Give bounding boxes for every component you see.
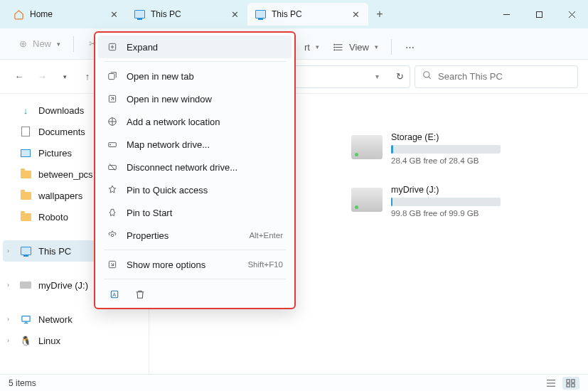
svg-text:A: A [112, 291, 116, 298]
new-window-icon [107, 93, 118, 105]
svg-rect-36 [572, 383, 574, 386]
ctx-item-label: Map network drive... [127, 139, 210, 150]
disconnect-drive-icon [107, 161, 118, 173]
pc-icon [134, 9, 145, 20]
tab-this-pc-2[interactable]: This PC ✕ [247, 3, 368, 26]
ctx-item-map-network-drive[interactable]: Map network drive... [98, 133, 292, 156]
ctx-item-add-network-location[interactable]: Add a network location [98, 110, 292, 133]
sort-label: rt [304, 42, 310, 53]
chevron-right-icon[interactable]: › [7, 247, 9, 255]
ctx-item-pin-start[interactable]: Pin to Start [98, 201, 292, 224]
svg-rect-6 [21, 316, 29, 321]
ctx-item-show-more-options[interactable]: Show more options Shift+F10 [98, 253, 292, 276]
refresh-icon[interactable]: ↻ [396, 71, 404, 82]
plus-icon: ⊕ [17, 38, 28, 50]
ctx-item-pin-quick-access[interactable]: Pin to Quick access [98, 178, 292, 201]
tab-home[interactable]: Home ✕ [6, 3, 127, 26]
drive-capacity-bar [391, 198, 501, 206]
add-network-icon [107, 116, 118, 127]
close-icon[interactable]: ✕ [229, 9, 240, 20]
pin-start-icon [107, 207, 118, 218]
tab-this-pc-1[interactable]: This PC ✕ [127, 3, 247, 26]
ctx-item-open-new-tab[interactable]: Open in new tab [98, 65, 292, 87]
sidebar-item-label: Linux [38, 336, 60, 346]
ctx-item-label: Open in new tab [127, 71, 194, 82]
svg-rect-34 [572, 379, 574, 382]
svg-point-29 [334, 49, 335, 50]
drive-icon [351, 188, 383, 212]
ctx-item-properties[interactable]: Properties Alt+Enter [98, 224, 292, 247]
forward-button[interactable]: → [33, 68, 51, 86]
tiles-view-toggle[interactable] [562, 377, 579, 390]
view-button[interactable]: View ▾ [328, 38, 384, 56]
rename-button[interactable]: A [107, 286, 122, 302]
maximize-button[interactable] [523, 0, 555, 28]
sidebar-item-linux[interactable]: › 🐧 Linux [3, 330, 146, 351]
ctx-item-label: Pin to Start [127, 208, 172, 218]
tabs-bar: Home ✕ This PC ✕ This PC ✕ + [0, 0, 588, 28]
properties-icon [107, 230, 118, 241]
sidebar-item-label: myDrive (J:) [38, 280, 88, 291]
home-icon [13, 9, 24, 20]
separator [104, 250, 286, 250]
ctx-item-label: Properties [127, 230, 169, 241]
ctx-item-label: Pin to Quick access [127, 185, 208, 196]
chevron-right-icon[interactable]: › [7, 282, 9, 289]
close-icon[interactable]: ✕ [350, 9, 361, 20]
ctx-item-label: Expand [127, 42, 158, 53]
details-view-toggle[interactable] [542, 377, 560, 390]
search-input[interactable] [438, 71, 570, 82]
svg-point-4 [424, 72, 429, 77]
more-button[interactable]: ⋯ [399, 38, 422, 56]
folder-icon [20, 211, 31, 223]
sidebar-item-label: wallpapers [38, 191, 82, 201]
sort-button[interactable]: rt ▾ [299, 38, 325, 56]
svg-point-27 [334, 44, 335, 45]
window-controls [490, 0, 588, 28]
svg-point-20 [111, 234, 114, 237]
ctx-item-disconnect-network-drive[interactable]: Disconnect network drive... [98, 156, 292, 178]
more-options-icon [107, 259, 118, 270]
network-icon [20, 314, 31, 325]
ctx-item-label: Open in new window [127, 94, 212, 105]
minimize-button[interactable] [490, 0, 523, 28]
ctx-item-label: Disconnect network drive... [127, 162, 237, 173]
drive-item-storage[interactable]: Storage (E:) 28.4 GB free of 28.4 GB [351, 132, 501, 165]
chevron-down-icon: ▾ [316, 43, 319, 50]
ctx-item-expand[interactable]: Expand [98, 36, 292, 58]
ctx-shortcut: Alt+Enter [249, 231, 283, 240]
sidebar-item-label: Network [38, 314, 73, 325]
close-button[interactable] [555, 0, 588, 28]
ctx-bottom-row: A [98, 282, 292, 305]
svg-rect-35 [567, 383, 570, 386]
ctx-item-label: Add a network location [127, 117, 220, 127]
back-button[interactable]: ← [10, 68, 28, 86]
tab-label: Home [30, 9, 102, 19]
view-icon [333, 41, 345, 53]
status-text: 5 items [9, 378, 36, 388]
pictures-icon [20, 147, 31, 159]
sidebar-item-label: Roboto [38, 212, 68, 223]
close-icon[interactable]: ✕ [108, 9, 119, 20]
view-label: View [349, 42, 369, 53]
folder-icon [20, 190, 31, 201]
new-tab-button[interactable]: + [368, 3, 391, 26]
map-drive-icon [107, 139, 118, 150]
separator [104, 279, 286, 279]
search-box[interactable] [415, 65, 578, 88]
new-label: New [33, 38, 51, 49]
drive-item-mydrive[interactable]: myDrive (J:) 99.8 GB free of 99.9 GB [351, 185, 501, 218]
separator [391, 39, 392, 55]
tab-label: This PC [151, 9, 223, 19]
delete-button[interactable] [132, 286, 148, 302]
recent-button[interactable]: ▾ [55, 68, 74, 86]
new-button[interactable]: ⊕ New ▾ [11, 35, 66, 53]
tab-label: This PC [272, 9, 344, 19]
chevron-right-icon[interactable]: › [7, 337, 9, 344]
chevron-right-icon[interactable]: › [7, 316, 9, 323]
ctx-item-open-new-window[interactable]: Open in new window [98, 87, 292, 110]
sidebar-item-label: Pictures [38, 148, 72, 159]
sidebar-item-network[interactable]: › Network [3, 309, 146, 330]
chevron-down-icon[interactable]: ▾ [375, 73, 379, 80]
sidebar-item-label: Documents [38, 127, 85, 137]
